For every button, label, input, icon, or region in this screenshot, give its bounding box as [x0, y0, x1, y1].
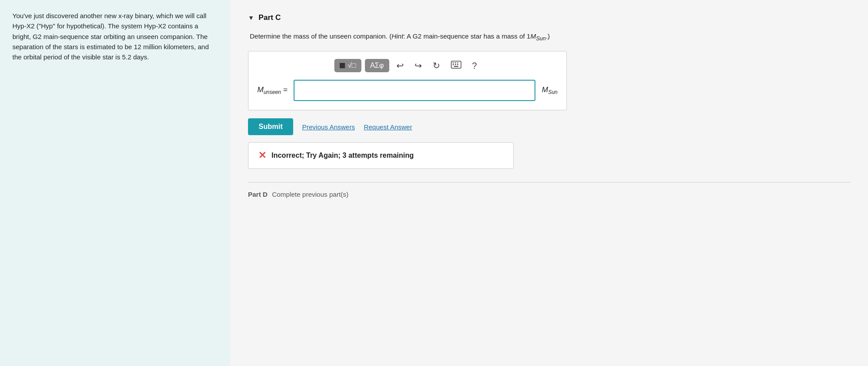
- question-part1: Determine the mass of the unseen compani…: [250, 32, 391, 40]
- hint-label: Hint: [391, 32, 403, 40]
- redo-button[interactable]: ↪: [411, 58, 426, 73]
- sqrt-button[interactable]: √□: [334, 59, 361, 72]
- question-msun-sub: Sun: [536, 35, 546, 42]
- action-row: Submit Previous Answers Request Answer: [248, 118, 850, 135]
- input-label: Munseen =: [257, 86, 287, 95]
- svg-rect-7: [454, 66, 458, 67]
- keyboard-button[interactable]: [447, 59, 465, 73]
- part-d-label: Part D: [248, 191, 267, 198]
- math-input-row: Munseen = MSun: [257, 80, 558, 101]
- box-icon: [340, 63, 345, 68]
- incorrect-icon: ✕: [258, 150, 266, 161]
- answer-input-container: √□ ΑΣφ ↩ ↪ ↻ ?: [248, 51, 567, 110]
- feedback-box: ✕ Incorrect; Try Again; 3 attempts remai…: [248, 142, 514, 169]
- svg-rect-4: [453, 64, 454, 65]
- request-answer-button[interactable]: Request Answer: [364, 123, 412, 131]
- greek-button[interactable]: ΑΣφ: [365, 59, 389, 72]
- feedback-text: Incorrect; Try Again; 3 attempts remaini…: [271, 152, 414, 160]
- question-msun: MSun: [531, 32, 546, 40]
- refresh-button[interactable]: ↻: [429, 58, 444, 73]
- sqrt-symbol: √□: [348, 62, 356, 70]
- unit-label: MSun: [542, 86, 558, 95]
- part-c-header: ▼ Part C: [248, 13, 850, 22]
- question-end: .): [546, 32, 550, 40]
- collapse-arrow-icon[interactable]: ▼: [248, 14, 254, 21]
- submit-button[interactable]: Submit: [248, 118, 293, 135]
- part-c-title: Part C: [259, 13, 281, 22]
- math-toolbar: √□ ΑΣφ ↩ ↪ ↻ ?: [257, 58, 558, 73]
- part-d-description: Complete previous part(s): [272, 191, 349, 198]
- undo-button[interactable]: ↩: [393, 58, 407, 73]
- answer-input[interactable]: [294, 80, 535, 101]
- context-text: You've just discovered another new x-ray…: [12, 11, 218, 62]
- svg-rect-1: [453, 62, 454, 63]
- svg-rect-6: [457, 64, 458, 65]
- svg-rect-3: [457, 62, 458, 63]
- main-content: ▼ Part C Determine the mass of the unsee…: [230, 0, 868, 366]
- context-panel: You've just discovered another new x-ray…: [0, 0, 230, 366]
- question-mass: 1: [527, 32, 530, 40]
- greek-label: ΑΣφ: [370, 62, 384, 70]
- question-text: Determine the mass of the unseen compani…: [250, 31, 850, 43]
- question-part2: : A G2 main-sequence star has a mass of: [403, 32, 525, 40]
- svg-rect-2: [455, 62, 456, 63]
- svg-rect-5: [455, 64, 456, 65]
- part-d-section: Part D Complete previous part(s): [248, 182, 850, 198]
- previous-answers-button[interactable]: Previous Answers: [302, 123, 355, 131]
- help-button[interactable]: ?: [469, 59, 480, 73]
